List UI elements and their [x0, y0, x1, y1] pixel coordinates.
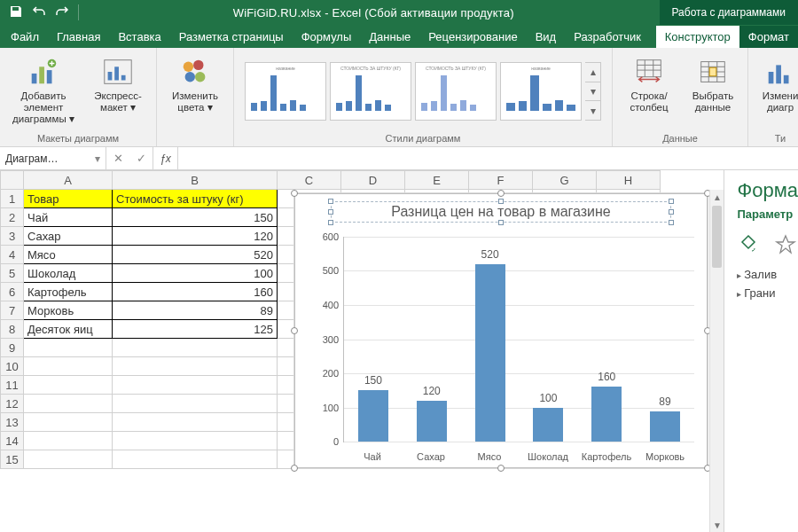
tab-file[interactable]: Файл [2, 26, 48, 48]
row-header[interactable]: 7 [1, 301, 24, 320]
cell[interactable] [24, 450, 113, 469]
col-header-e[interactable]: E [405, 171, 469, 190]
col-header-f[interactable]: F [469, 171, 533, 190]
resize-handle[interactable] [291, 465, 298, 472]
row-header[interactable]: 3 [1, 227, 24, 246]
styles-gallery-more[interactable]: ▴▾▾ [585, 62, 601, 121]
fx-icon[interactable]: ƒx [153, 147, 178, 169]
tab-home[interactable]: Главная [48, 26, 109, 48]
vertical-scrollbar[interactable]: ▲ ▼ [709, 190, 724, 532]
bar[interactable] [475, 264, 505, 442]
cell[interactable]: 125 [113, 320, 278, 339]
style-thumb-3[interactable]: СТОИМОСТЬ ЗА ШТУКУ (КГ) [415, 62, 497, 121]
cell[interactable] [24, 413, 113, 432]
cell[interactable]: 120 [113, 227, 278, 246]
scroll-up-icon[interactable]: ▲ [710, 190, 724, 204]
resize-handle[interactable] [497, 465, 505, 472]
row-header[interactable]: 10 [1, 357, 24, 376]
cell[interactable] [113, 376, 278, 395]
select-all-corner[interactable] [1, 171, 24, 190]
row-header[interactable]: 2 [1, 208, 24, 227]
select-data-button[interactable]: Выбрать данные [685, 51, 740, 113]
chevron-down-icon[interactable]: ▾ [95, 153, 100, 165]
tab-chart-design[interactable]: Конструктор [656, 26, 739, 48]
cell[interactable]: Стоимость за штуку (кг) [113, 190, 278, 208]
cell[interactable] [113, 395, 278, 413]
cell[interactable]: Мясо [24, 246, 113, 264]
row-header[interactable]: 11 [1, 376, 24, 395]
row-header[interactable]: 6 [1, 283, 24, 301]
cell[interactable]: Картофель [24, 283, 113, 301]
cell[interactable] [24, 395, 113, 413]
cell[interactable] [24, 339, 113, 357]
row-header[interactable]: 8 [1, 320, 24, 339]
row-header[interactable]: 5 [1, 264, 24, 283]
cell[interactable] [113, 450, 278, 469]
row-header[interactable]: 9 [1, 339, 24, 357]
expander-fill[interactable]: Залив [737, 268, 798, 281]
cell[interactable]: 520 [113, 246, 278, 264]
chart-title[interactable]: Разница цен на товар в магазине [331, 201, 671, 223]
cell[interactable]: Шоколад [24, 264, 113, 283]
chart-styles-gallery[interactable]: название СТОИМОСТЬ ЗА ШТУКУ (КГ) СТОИМОС… [241, 59, 605, 124]
formula-input[interactable] [178, 147, 798, 169]
effects-icon[interactable] [774, 233, 797, 259]
tab-review[interactable]: Рецензирование [419, 26, 526, 48]
scrollbar-thumb[interactable] [712, 206, 722, 268]
chevron-down-icon[interactable]: ▾ [585, 82, 600, 102]
style-thumb-4[interactable]: название [500, 62, 582, 121]
style-thumb-2[interactable]: СТОИМОСТЬ ЗА ШТУКУ (КГ) [330, 62, 411, 121]
cell[interactable]: Морковь [24, 301, 113, 320]
cancel-formula-icon[interactable]: ✕ [106, 152, 129, 165]
cell[interactable]: 100 [113, 264, 278, 283]
col-header-a[interactable]: A [24, 171, 113, 190]
scroll-down-icon[interactable]: ▼ [710, 518, 724, 532]
change-chart-type-button[interactable]: Измени диагр [755, 51, 798, 113]
cell[interactable] [24, 357, 113, 376]
undo-icon[interactable] [32, 4, 46, 21]
tab-data[interactable]: Данные [360, 26, 419, 48]
tab-developer[interactable]: Разработчик [565, 26, 650, 48]
cell[interactable] [113, 413, 278, 432]
resize-handle[interactable] [497, 190, 505, 197]
name-box[interactable]: Диаграм… ▾ [0, 147, 106, 169]
bar[interactable] [650, 411, 680, 442]
row-header[interactable]: 15 [1, 450, 24, 469]
bar[interactable] [358, 390, 388, 442]
tab-page-layout[interactable]: Разметка страницы [170, 26, 293, 48]
switch-row-column-button[interactable]: Строка/столбец [620, 51, 678, 113]
cell[interactable] [113, 339, 278, 357]
enter-formula-icon[interactable]: ✓ [129, 152, 153, 165]
cell[interactable] [113, 432, 278, 450]
tab-chart-format[interactable]: Формат [739, 26, 798, 48]
cell[interactable]: Десяток яиц [24, 320, 113, 339]
col-header-h[interactable]: H [597, 171, 661, 190]
embedded-chart[interactable]: Разница цен на товар в магазине 01002003… [294, 193, 708, 468]
fill-line-icon[interactable] [737, 233, 760, 259]
resize-handle[interactable] [291, 327, 298, 334]
change-colors-button[interactable]: Изменить цвета ▾ [164, 51, 226, 113]
row-header[interactable]: 4 [1, 246, 24, 264]
tab-formulas[interactable]: Формулы [293, 26, 361, 48]
bar[interactable] [591, 387, 622, 442]
plot-area[interactable]: 010020030040050060015012052010016089 [343, 237, 694, 442]
col-header-g[interactable]: G [533, 171, 597, 190]
add-chart-element-button[interactable]: Добавить элемент диаграммы ▾ [7, 51, 80, 126]
quick-layout-button[interactable]: Экспресс-макет ▾ [87, 51, 149, 113]
row-header[interactable]: 14 [1, 432, 24, 450]
col-header-c[interactable]: C [278, 171, 341, 190]
redo-icon[interactable] [55, 4, 69, 21]
worksheet[interactable]: A B C D E F G H 1ТоварСтоимость за штуку… [0, 170, 724, 532]
cell[interactable]: 160 [113, 283, 278, 301]
resize-handle[interactable] [291, 190, 298, 197]
row-header[interactable]: 13 [1, 413, 24, 432]
cell[interactable]: Товар [24, 190, 113, 208]
cell[interactable] [113, 357, 278, 376]
dropdown-icon[interactable]: ▾ [585, 101, 600, 120]
cell[interactable]: Сахар [24, 227, 113, 246]
tab-insert[interactable]: Вставка [109, 26, 169, 48]
style-thumb-1[interactable]: название [245, 62, 326, 121]
cell[interactable]: 89 [113, 301, 278, 320]
expander-border[interactable]: Грани [737, 286, 798, 300]
chevron-up-icon[interactable]: ▴ [585, 63, 600, 82]
